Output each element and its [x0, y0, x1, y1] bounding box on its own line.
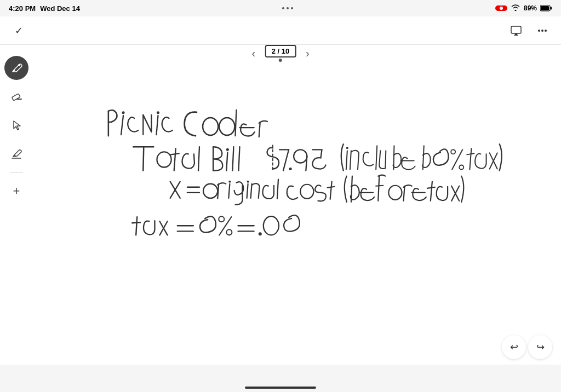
svg-line-74: [136, 217, 137, 235]
record-dot: [500, 7, 503, 10]
highlighter-tool-button[interactable]: [4, 141, 28, 165]
svg-line-20: [174, 148, 176, 170]
svg-point-13: [219, 118, 234, 135]
undo-redo-container: ↩ ↪: [502, 335, 552, 359]
svg-line-58: [251, 184, 252, 198]
prev-icon: ‹: [251, 47, 255, 60]
svg-point-57: [247, 181, 249, 183]
svg-point-31: [289, 168, 292, 170]
svg-line-59: [277, 180, 278, 199]
svg-point-32: [294, 149, 307, 163]
pen-tool-button[interactable]: [4, 56, 28, 80]
dot1: [282, 7, 284, 9]
eraser-icon: [10, 90, 22, 102]
svg-rect-3: [511, 26, 521, 33]
next-page-button[interactable]: ›: [299, 45, 316, 62]
svg-line-7: [121, 116, 123, 135]
svg-point-12: [203, 118, 218, 135]
page-navigation: ‹ 2 / 10 ›: [245, 45, 316, 62]
svg-line-61: [330, 182, 332, 199]
redo-button[interactable]: ↪: [528, 335, 552, 359]
svg-line-68: [404, 186, 405, 201]
add-icon: +: [13, 184, 20, 198]
svg-point-43: [459, 165, 463, 170]
svg-line-24: [226, 152, 227, 170]
three-dots-icon: [537, 25, 548, 36]
eraser-tool-button[interactable]: [4, 84, 28, 108]
svg-point-85: [259, 232, 262, 235]
svg-point-6: [545, 30, 547, 32]
svg-point-11: [157, 111, 159, 114]
checkmark-button[interactable]: ✓: [9, 21, 28, 41]
undo-icon: ↩: [510, 341, 518, 353]
next-icon: ›: [306, 47, 310, 60]
svg-line-62: [328, 187, 335, 188]
date: Wed Dec 14: [40, 4, 80, 13]
svg-point-42: [451, 149, 455, 154]
status-dots: [282, 7, 293, 9]
svg-line-10: [156, 116, 158, 135]
tool-divider: [10, 172, 23, 172]
dot2: [287, 7, 289, 9]
svg-point-35: [346, 147, 348, 149]
checkmark-icon: ✓: [15, 25, 23, 37]
airplay-icon: [510, 25, 522, 36]
svg-line-34: [346, 151, 347, 169]
svg-point-86: [264, 216, 279, 235]
svg-line-70: [431, 182, 432, 201]
dot3: [291, 7, 293, 9]
handwriting-canvas: [0, 45, 561, 365]
svg-point-60: [300, 185, 313, 199]
svg-line-66: [376, 186, 383, 186]
svg-point-82: [226, 229, 232, 235]
select-tool-button[interactable]: [4, 113, 28, 137]
svg-line-41: [452, 149, 462, 169]
svg-line-14: [235, 110, 236, 136]
time: 4:20 PM: [9, 4, 36, 13]
bottom-bar: [0, 365, 561, 392]
svg-line-18: [143, 147, 144, 170]
svg-line-16: [259, 122, 260, 137]
highlighter-icon: [10, 147, 22, 159]
prev-page-button[interactable]: ‹: [245, 45, 262, 62]
svg-point-19: [157, 152, 171, 167]
status-time-date: 4:20 PM Wed Dec 14: [9, 4, 80, 13]
svg-line-37: [376, 146, 377, 169]
svg-point-52: [203, 184, 217, 198]
svg-line-44: [470, 148, 471, 169]
redo-icon: ↪: [536, 341, 545, 353]
svg-line-30: [283, 149, 289, 170]
svg-line-56: [247, 184, 248, 198]
more-options-button[interactable]: [533, 21, 552, 41]
left-sidebar: +: [0, 45, 33, 365]
status-indicators: 89%: [495, 4, 552, 13]
svg-point-67: [388, 186, 402, 200]
toolbar-left: ✓: [9, 21, 28, 41]
canvas-area[interactable]: [0, 45, 561, 365]
add-tool-button[interactable]: +: [4, 179, 28, 203]
svg-line-36: [350, 151, 351, 169]
page-indicator: 2 / 10: [265, 45, 296, 57]
svg-point-81: [219, 216, 224, 222]
battery-icon: [540, 5, 552, 11]
battery-percentage: 89%: [524, 4, 537, 12]
svg-line-26: [232, 147, 233, 170]
wifi-icon: [511, 4, 520, 13]
svg-line-27: [238, 147, 239, 170]
svg-rect-2: [541, 6, 549, 10]
svg-point-4: [538, 30, 540, 32]
svg-point-55: [228, 181, 231, 183]
page-number: 2 / 10: [272, 47, 290, 55]
svg-line-53: [217, 184, 219, 199]
svg-line-21: [171, 153, 179, 154]
recording-indicator: [495, 5, 507, 11]
home-indicator: [245, 387, 316, 389]
svg-point-8: [122, 111, 125, 114]
airplay-button[interactable]: [506, 21, 526, 41]
svg-line-22: [198, 147, 199, 170]
svg-line-54: [228, 184, 230, 198]
undo-button[interactable]: ↩: [502, 335, 526, 359]
select-icon: [10, 119, 22, 131]
svg-point-87: [18, 64, 20, 66]
svg-point-25: [226, 148, 229, 151]
